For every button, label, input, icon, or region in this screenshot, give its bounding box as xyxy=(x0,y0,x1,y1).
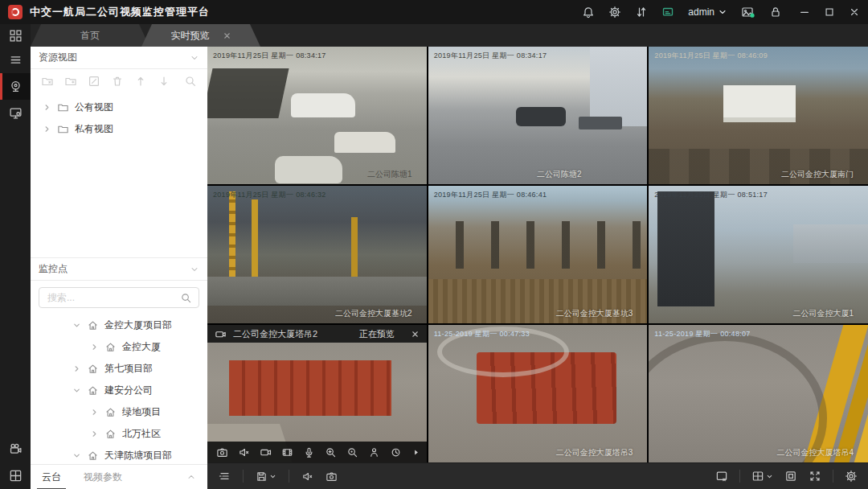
cell-close-icon[interactable] xyxy=(411,330,420,339)
trash-icon[interactable] xyxy=(111,75,124,88)
osd-timestamp: 2019年11月25日 星期一 08:46:41 xyxy=(434,190,547,200)
osd-timestamp: 2019年11月25日 星期一 08:51:17 xyxy=(654,190,768,200)
sort-arrows-icon[interactable] xyxy=(635,6,648,18)
chevron-down-icon[interactable] xyxy=(190,53,199,63)
tab-live-preview[interactable]: 实时预览 xyxy=(141,24,260,47)
video-cell-2[interactable]: 2019年11月25日 星期一 08:34:17 二公司陈塘2 xyxy=(428,47,648,184)
tree-node-public-views[interactable]: 公有视图 xyxy=(31,97,207,118)
grid-settings-icon[interactable] xyxy=(845,470,858,483)
video-cell-7-selected[interactable]: 二公司金控大厦塔吊2 正在预览 xyxy=(207,325,427,462)
close-window-icon[interactable] xyxy=(849,6,860,18)
home-icon xyxy=(87,450,99,462)
user-menu[interactable]: admin xyxy=(688,6,727,18)
timed-snapshot-icon[interactable] xyxy=(390,446,402,458)
add-view-icon[interactable] xyxy=(64,75,77,88)
tab-ptz[interactable]: 云台 xyxy=(42,464,61,489)
mute-all-icon[interactable] xyxy=(301,471,313,483)
more-tools-icon[interactable] xyxy=(411,448,420,457)
pop-out-icon[interactable] xyxy=(784,470,797,483)
bell-icon[interactable] xyxy=(582,6,595,18)
snapshot-all-icon[interactable] xyxy=(326,471,338,483)
video-cell-6[interactable]: 2019年11月25日 星期一 08:51:17 二公司金控大厦1 xyxy=(649,186,868,323)
tab-video-params[interactable]: 视频参数 xyxy=(84,464,122,489)
tree-node-site[interactable]: 建安分公司 xyxy=(31,380,207,401)
video-feed xyxy=(428,325,648,462)
ptz-control-icon[interactable] xyxy=(368,446,380,458)
screenshot-status-icon[interactable] xyxy=(741,6,755,18)
cell-header: 二公司金控大厦塔吊2 正在预览 xyxy=(207,325,427,343)
chevron-right-icon[interactable] xyxy=(90,408,99,417)
video-cell-8[interactable]: 11-25-2019 星期一 00:47:33 二公司金控大厦塔吊3 xyxy=(428,325,648,462)
ptz-tab-bar: 云台 视频参数 xyxy=(31,464,207,489)
playback-icon[interactable] xyxy=(281,446,293,458)
video-cell-9[interactable]: 11-25-2019 星期一 00:48:07 二公司金控大厦塔吊4 xyxy=(649,325,868,462)
rail-video-wall-button[interactable] xyxy=(0,436,31,462)
monitor-status-icon[interactable] xyxy=(661,6,674,18)
chevron-right-icon[interactable] xyxy=(43,103,51,112)
chevron-down-icon[interactable] xyxy=(72,451,81,460)
tab-home[interactable]: 首页 xyxy=(31,24,149,47)
home-icon xyxy=(87,319,99,331)
chevron-down-icon[interactable] xyxy=(72,321,81,330)
video-cell-3[interactable]: 2019年11月25日 星期一 08:46:09 二公司金控大厦南门 xyxy=(649,47,868,184)
video-cell-5[interactable]: 2019年11月25日 星期一 08:46:41 二公司金控大厦基坑3 xyxy=(428,186,648,323)
apps-grid-icon xyxy=(9,29,23,43)
move-up-icon[interactable] xyxy=(134,75,147,88)
move-down-icon[interactable] xyxy=(158,75,170,88)
rail-layout-button[interactable] xyxy=(0,462,31,489)
search-view-icon[interactable] xyxy=(184,75,197,88)
chevron-right-icon[interactable] xyxy=(90,343,99,351)
chevron-down-icon[interactable] xyxy=(72,386,81,395)
chevron-up-icon[interactable] xyxy=(186,472,196,482)
tab-close-icon[interactable] xyxy=(223,31,231,40)
close-all-icon[interactable] xyxy=(715,470,728,483)
rail-apps-button[interactable] xyxy=(0,24,31,47)
delete-view-icon[interactable] xyxy=(41,75,54,88)
folder-icon xyxy=(57,101,69,113)
tree-node-label: 金控大厦项目部 xyxy=(104,318,172,332)
tree-node-private-views[interactable]: 私有视图 xyxy=(31,118,207,140)
rail-menu-button[interactable] xyxy=(0,47,31,73)
layout-grid-icon xyxy=(751,470,764,483)
rail-live-video-button[interactable] xyxy=(0,73,31,100)
search-icon[interactable] xyxy=(180,292,192,304)
video-cell-1[interactable]: 2019年11月25日 星期一 08:34:17 二公司陈塘1 xyxy=(207,47,427,184)
chevron-right-icon[interactable] xyxy=(90,429,99,438)
layout-select-button[interactable] xyxy=(751,470,773,483)
chevron-right-icon[interactable] xyxy=(72,364,81,373)
zoom-in-icon[interactable] xyxy=(325,446,337,458)
tree-node-site[interactable]: 北万社区 xyxy=(31,423,207,445)
collapse-panel-icon[interactable] xyxy=(218,470,231,483)
resource-view-header[interactable]: 资源视图 xyxy=(31,47,207,69)
tree-node-site[interactable]: 金控大厦 xyxy=(31,336,207,358)
save-view-button[interactable] xyxy=(256,471,276,483)
zoom-3d-icon[interactable] xyxy=(346,446,358,458)
chevron-right-icon[interactable] xyxy=(43,125,51,134)
lock-icon[interactable] xyxy=(769,6,782,18)
tree-node-label: 金控大厦 xyxy=(122,340,161,354)
rail-playback-button[interactable] xyxy=(0,100,31,126)
audio-mute-icon[interactable] xyxy=(238,446,250,458)
video-feed xyxy=(428,186,648,323)
tree-node-label: 北万社区 xyxy=(122,427,161,441)
monitor-points-header[interactable]: 监控点 xyxy=(31,257,207,281)
settings-gear-icon[interactable] xyxy=(608,6,621,18)
tree-node-site[interactable]: 第七项目部 xyxy=(31,358,207,380)
tree-node-site[interactable]: 绿地项目 xyxy=(31,401,207,423)
search-box[interactable] xyxy=(39,287,199,308)
tree-node-site[interactable]: 天津陈塘项目部 xyxy=(31,445,207,464)
home-icon xyxy=(104,428,117,440)
video-cell-4[interactable]: 2019年11月25日 星期一 08:46:32 二公司金控大厦基坑2 xyxy=(207,186,427,323)
microphone-icon[interactable] xyxy=(303,446,315,458)
resource-tree: 公有视图 私有视图 xyxy=(31,93,207,257)
record-icon[interactable] xyxy=(260,446,272,458)
osd-channel-name: 二公司金控大厦塔吊3 xyxy=(556,447,633,458)
tree-node-site[interactable]: 金控大厦项目部 xyxy=(31,314,207,336)
search-input[interactable] xyxy=(46,291,180,304)
fullscreen-icon[interactable] xyxy=(809,470,821,483)
snapshot-icon[interactable] xyxy=(216,446,228,458)
edit-view-icon[interactable] xyxy=(88,75,100,88)
maximize-icon[interactable] xyxy=(824,6,835,18)
minimize-icon[interactable] xyxy=(799,6,810,18)
chevron-down-icon[interactable] xyxy=(190,265,199,274)
